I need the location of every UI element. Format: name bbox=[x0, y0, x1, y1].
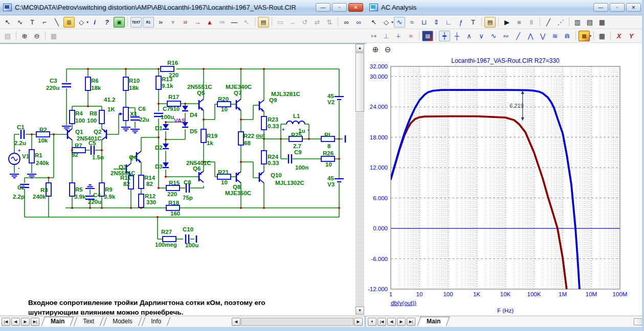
shapes-dropdown-icon[interactable]: ◇ bbox=[76, 17, 87, 28]
select-tool-icon[interactable]: ↖ bbox=[2, 17, 13, 28]
slope-icon[interactable]: ╱ bbox=[513, 31, 524, 41]
cursor-vertical-icon[interactable]: ┼ bbox=[451, 31, 462, 41]
scroll-up-icon[interactable]: ▲ bbox=[356, 44, 364, 52]
zoom-in-icon[interactable]: ⊕ bbox=[370, 44, 381, 55]
shapes-dropdown-icon-dropdown[interactable]: ▾ bbox=[86, 20, 88, 25]
y-scale-icon[interactable]: Y bbox=[626, 31, 637, 41]
close-button[interactable]: ✕ bbox=[348, 3, 363, 12]
select-tool-icon[interactable]: ↖ bbox=[368, 17, 380, 28]
schematic-titlebar[interactable]: C:\MC9\DATA\Petrov\switching distortion\… bbox=[0, 0, 366, 15]
flip-y-icon[interactable]: ⇅ bbox=[324, 17, 335, 28]
condition-display-icon[interactable]: ON bbox=[216, 17, 228, 28]
nav-button[interactable]: |◀ bbox=[2, 318, 10, 326]
jog-xy-icon[interactable]: ∔ bbox=[393, 31, 404, 41]
snapshot-icon[interactable]: ▨ bbox=[422, 31, 433, 41]
ac-titlebar[interactable]: AC Analysis — ▫ ✕ bbox=[366, 0, 644, 15]
stop-icon[interactable]: ■ bbox=[514, 17, 525, 28]
properties-icon[interactable]: ▤ bbox=[484, 17, 496, 28]
rotate-icon[interactable]: ↺ bbox=[299, 17, 310, 28]
tab-models[interactable]: Models bbox=[103, 317, 142, 326]
shapes-dropdown-icon-dropdown[interactable]: ▾ bbox=[391, 20, 393, 25]
nav-button[interactable]: ▶ bbox=[397, 318, 406, 326]
hscroll-track[interactable] bbox=[241, 318, 353, 326]
ortho-wire-icon[interactable]: ⌐ bbox=[39, 17, 50, 28]
restore-button[interactable]: ▫ bbox=[332, 3, 347, 12]
current-display-icon[interactable]: → bbox=[192, 17, 203, 28]
scroll-track[interactable] bbox=[356, 112, 364, 306]
nav-button[interactable]: ▶ bbox=[21, 318, 30, 326]
function-icon[interactable]: ƒ bbox=[455, 17, 467, 28]
tab-info[interactable]: Info bbox=[142, 317, 170, 326]
plot-3d-icon[interactable]: ▩ bbox=[579, 31, 590, 41]
find-icon[interactable]: ∞ bbox=[341, 17, 352, 28]
shapes-dropdown-icon[interactable]: ◇ bbox=[381, 17, 392, 28]
enable-region-icon[interactable]: ▣ bbox=[114, 17, 125, 28]
mode-grid-icon[interactable]: ▦ bbox=[48, 31, 59, 41]
peak-icon[interactable]: ∧ bbox=[463, 31, 475, 41]
jog-x-icon[interactable]: ↦ bbox=[368, 31, 380, 41]
wire-mode-icon[interactable]: ∿ bbox=[14, 17, 26, 28]
zoom-in-icon[interactable]: ⊕ bbox=[19, 31, 30, 41]
pause-icon[interactable]: ‖ bbox=[526, 17, 537, 28]
power-display-icon[interactable]: ▲ bbox=[204, 17, 215, 28]
close-button[interactable]: ✕ bbox=[626, 3, 641, 12]
scroll-down-icon[interactable]: ▼ bbox=[356, 306, 364, 315]
plot-panel[interactable]: ⊕⊖ 6.219Locanthi-1967_VAS-Rout.CIR R27=3… bbox=[366, 43, 642, 316]
step-scale-icon[interactable]: ∟ bbox=[443, 17, 454, 28]
help-mode-icon[interactable]: ? bbox=[101, 17, 113, 28]
nav-button[interactable]: |◀ bbox=[377, 318, 386, 326]
node-voltage-icon[interactable]: 1v bbox=[155, 17, 166, 28]
low-icon[interactable]: ∾ bbox=[500, 31, 512, 41]
component-icon[interactable]: ▥ bbox=[63, 17, 75, 28]
hscroll-left-icon[interactable]: ◀ bbox=[232, 318, 240, 326]
schematic-canvas[interactable]: +-C3220uR618kR1018kR139.1kR16220R1791041… bbox=[0, 43, 366, 316]
jog-y-icon[interactable]: ⊥ bbox=[381, 31, 392, 41]
waveform-icon[interactable]: ≈ bbox=[406, 17, 417, 28]
schematic-vscrollbar[interactable]: ▲ ▼ bbox=[356, 44, 364, 315]
nav-button[interactable]: ◀ bbox=[387, 318, 396, 326]
hscroll-right-icon[interactable]: ▶ bbox=[354, 318, 363, 326]
grid-icon[interactable]: ▦ bbox=[596, 17, 608, 28]
minimize-button[interactable]: — bbox=[593, 3, 608, 12]
pin-display-icon[interactable]: — bbox=[229, 17, 240, 28]
y-axis-label[interactable]: db(v(out)) bbox=[391, 300, 416, 306]
slope-line-icon[interactable]: ⋰ bbox=[555, 17, 566, 28]
line-tool-icon[interactable]: ╲ bbox=[51, 17, 62, 28]
stretch-icon[interactable]: ↔ bbox=[287, 17, 298, 28]
node-number-icon[interactable]: 13 bbox=[180, 17, 191, 28]
info-mode-icon[interactable]: i bbox=[89, 17, 100, 28]
nav-button[interactable]: ▾ bbox=[368, 318, 376, 326]
curve-select-icon[interactable]: ∿ bbox=[394, 17, 405, 28]
horizontal-measure-icon[interactable]: ⊔ bbox=[418, 17, 430, 28]
vertical-stripes-icon[interactable]: ▥ bbox=[572, 17, 583, 28]
envelope-top-icon[interactable]: ⋀ bbox=[525, 31, 536, 41]
high-icon[interactable]: ∿ bbox=[488, 31, 499, 41]
attribute-display-icon[interactable]: R1 bbox=[143, 17, 154, 28]
find-next-icon[interactable]: ∞ bbox=[353, 17, 364, 28]
envelope-both-icon[interactable]: ≋ bbox=[549, 31, 561, 41]
plot-3d-icon-dropdown[interactable]: ▾ bbox=[589, 34, 591, 38]
nav-button[interactable]: ▶| bbox=[407, 318, 415, 326]
envelope-bottom-icon[interactable]: ⋁ bbox=[537, 31, 548, 41]
vertical-measure-icon[interactable]: ⇕ bbox=[431, 17, 442, 28]
x-scale-icon[interactable]: X bbox=[613, 31, 625, 41]
properties-icon[interactable]: ▤ bbox=[258, 17, 269, 28]
cursor-tool-icon[interactable]: ↖ bbox=[241, 17, 252, 28]
text-tool-icon[interactable]: T bbox=[27, 17, 38, 28]
scroll-thumb[interactable] bbox=[356, 53, 364, 112]
valley-icon[interactable]: ∨ bbox=[476, 31, 487, 41]
flip-x-icon[interactable]: ⇄ bbox=[312, 17, 323, 28]
nav-button[interactable]: ▶| bbox=[31, 318, 39, 326]
restore-button[interactable]: ▫ bbox=[610, 3, 625, 12]
line-icon[interactable]: ╱ bbox=[543, 17, 554, 28]
text-annotate-icon[interactable]: T bbox=[468, 17, 479, 28]
info-panel-icon[interactable]: ▤ bbox=[2, 31, 13, 41]
zoom-out-icon[interactable]: ⊖ bbox=[382, 44, 393, 55]
nav-button[interactable]: ◀ bbox=[11, 318, 20, 326]
run-icon[interactable]: ▶ bbox=[501, 17, 513, 28]
box-mode-icon[interactable]: ▭ bbox=[275, 17, 286, 28]
tab-text[interactable]: Text bbox=[74, 317, 103, 326]
spread-icon[interactable]: ⋒ bbox=[562, 31, 573, 41]
horizontal-stripes-icon[interactable]: ▤ bbox=[584, 17, 595, 28]
tab-main[interactable]: Main bbox=[417, 317, 450, 326]
